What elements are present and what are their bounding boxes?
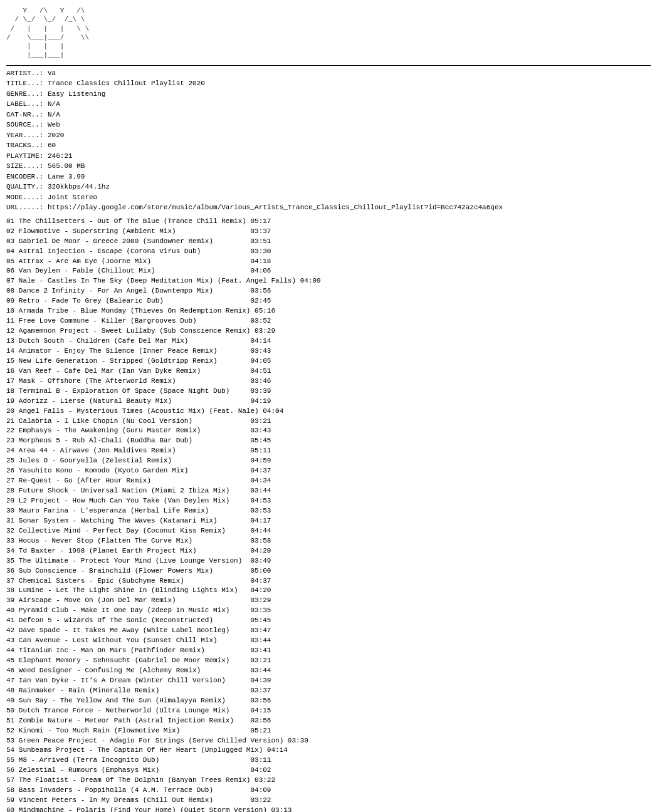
track-row: 20 Angel Falls - Mysterious Times (Acous… <box>6 407 651 417</box>
track-row: 21 Calabria - I Like Chopin (Nu Cool Ver… <box>6 417 651 427</box>
track-row: 23 Morpheus 5 - Rub Al-Chali (Buddha Bar… <box>6 436 651 446</box>
track-row: 46 Weed Designer - Confusing Me (Alchemy… <box>6 666 651 676</box>
track-row: 18 Terminal B - Exploration Of Space (Sp… <box>6 387 651 397</box>
track-row: 40 Pyramid Club - Make It One Day (2deep… <box>6 606 651 616</box>
meta-line-quality_label: QUALITY.: 320kkbps/44.1hz <box>6 182 651 192</box>
track-row: 27 Re-Quest - Go (After Hour Remix) 04:3… <box>6 476 651 486</box>
meta-line-size_label: SIZE....: 565.00 MB <box>6 161 651 172</box>
track-row: 48 Rainmaker - Rain (Mineralle Remix) 03… <box>6 686 651 696</box>
track-row: 51 Zombie Nature - Meteor Path (Astral I… <box>6 716 651 726</box>
track-row: 33 Hocus - Never Stop (Flatten The Curve… <box>6 536 651 546</box>
meta-line-source_label: SOURCE..: Web <box>6 120 651 130</box>
logo-area: Y /\ Y /\ / \_/ \_/ /_\ \ / | | | \ \ / … <box>6 6 89 60</box>
track-row: 35 The Ultimate - Protect Your Mind (Liv… <box>6 556 651 566</box>
meta-line-artist_label: ARTIST..: Va <box>6 68 651 79</box>
track-row: 60 Mindmachine - Polaris (Find Your Home… <box>6 806 651 812</box>
track-row: 05 Attrax - Are Am Eye (Joorne Mix) 04:1… <box>6 257 651 267</box>
track-row: 58 Bass Invaders - Poppiholla (4 A.M. Te… <box>6 786 651 796</box>
track-row: 44 Titanium Inc - Man On Mars (Pathfinde… <box>6 646 651 656</box>
track-row: 47 Ian Van Dyke - It's A Dream (Winter C… <box>6 676 651 686</box>
track-row: 52 Kinomi - Too Much Rain (Flowmotive Mi… <box>6 726 651 736</box>
track-row: 24 Area 44 - Airwave (Jon Maldives Remix… <box>6 446 651 456</box>
track-row: 22 Emphasys - The Awakening (Guru Master… <box>6 426 651 436</box>
track-row: 43 Can Avenue - Lost Without You (Sunset… <box>6 636 651 646</box>
track-row: 01 The Chillsetters - Out Of The Blue (T… <box>6 217 651 227</box>
track-row: 50 Dutch Trance Force - Netherworld (Ult… <box>6 706 651 716</box>
meta-line-tracks_label: TRACKS..: 60 <box>6 140 651 151</box>
track-row: 49 Sun Ray - The Yellow And The Sun (Him… <box>6 696 651 706</box>
track-row: 30 Mauro Farina - L'esperanza (Herbal Li… <box>6 506 651 516</box>
logo-ascii: Y /\ Y /\ / \_/ \_/ /_\ \ / | | | \ \ / … <box>6 6 89 60</box>
meta-line-title_label: TITLE...: Trance Classics Chillout Playl… <box>6 78 651 89</box>
track-row: 54 Sunbeams Project - The Captain Of Her… <box>6 746 651 756</box>
track-row: 31 Sonar System - Watching The Waves (Ka… <box>6 516 651 526</box>
track-row: 25 Jules O - Gouryella (Zelestial Remix)… <box>6 456 651 466</box>
track-row: 07 Nale - Castles In The Sky (Deep Medit… <box>6 276 651 286</box>
track-row: 15 New Life Generation - Stripped (Goldt… <box>6 357 651 367</box>
track-row: 13 Dutch South - Children (Cafe Del Mar … <box>6 336 651 346</box>
track-row: 59 Vincent Peters - In My Dreams (Chill … <box>6 796 651 806</box>
track-row: 06 Van Deylen - Fable (Chillout Mix) 04:… <box>6 266 651 276</box>
track-row: 28 Future Shock - Universal Nation (Miam… <box>6 486 651 496</box>
meta-line-genre_label: GENRE...: Easy Listening <box>6 89 651 100</box>
track-row: 04 Astral Injection - Escape (Corona Vir… <box>6 247 651 257</box>
meta-line-year_label: YEAR....: 2020 <box>6 130 651 141</box>
meta-line-encoder_label: ENCODER.: Lame 3.99 <box>6 172 651 182</box>
meta-line-url_label: URL.....: https://play.google.com/store/… <box>6 202 651 213</box>
track-row: 39 Airscape - Move On (Jon Del Mar Remix… <box>6 596 651 606</box>
track-row: 29 L2 Project - How Much Can You Take (V… <box>6 496 651 506</box>
track-row: 17 Mask - Offshore (The Afterworld Remix… <box>6 377 651 387</box>
track-row: 38 Lumine - Let The Light Shine In (Blin… <box>6 586 651 596</box>
track-row: 12 Agamemnon Project - Sweet Lullaby (Su… <box>6 326 651 336</box>
meta-line-catno_label: CAT-NR..: N/A <box>6 110 651 120</box>
track-row: 02 Flowmotive - Superstring (Ambient Mix… <box>6 227 651 237</box>
meta-block: ARTIST..: VaTITLE...: Trance Classics Ch… <box>6 68 651 213</box>
track-row: 09 Retro - Fade To Grey (Balearic Dub) 0… <box>6 296 651 306</box>
track-row: 37 Chemical Sisters - Epic (Subchyme Rem… <box>6 576 651 586</box>
track-row: 14 Animator - Enjoy The Silence (Inner P… <box>6 346 651 357</box>
track-row: 10 Armada Tribe - Blue Monday (Thieves O… <box>6 306 651 316</box>
track-row: 32 Collective Mind - Perfect Day (Coconu… <box>6 526 651 536</box>
track-row: 53 Green Peace Project - Adagio For Stri… <box>6 736 651 746</box>
meta-line-mode_label: MODE....: Joint Stereo <box>6 192 651 203</box>
track-row: 41 Defcon 5 - Wizards Of The Sonic (Reco… <box>6 616 651 626</box>
track-row: 19 Adorizz - Lierse (Natural Beauty Mix)… <box>6 397 651 407</box>
track-row: 16 Van Reef - Cafe Del Mar (Ian Van Dyke… <box>6 367 651 377</box>
track-row: 55 M8 - Arrived (Terra Incognito Dub) 03… <box>6 756 651 766</box>
track-row: 56 Zelestial - Rumours (Emphasys Mix) 04… <box>6 766 651 776</box>
track-row: 45 Elephant Memory - Sehnsucht (Gabriel … <box>6 656 651 666</box>
meta-line-label_label: LABEL...: N/A <box>6 99 651 110</box>
track-row: 03 Gabriel De Moor - Greece 2000 (Sundow… <box>6 237 651 247</box>
tracklist: 01 The Chillsetters - Out Of The Blue (T… <box>6 217 651 812</box>
track-row: 08 Dance 2 Infinity - For An Angel (Down… <box>6 286 651 296</box>
track-row: 11 Free Love Commune - Killer (Bargroove… <box>6 316 651 326</box>
track-row: 36 Sub Conscience - Brainchild (Flower P… <box>6 566 651 576</box>
track-row: 34 Td Baxter - 1998 (Planet Earth Projec… <box>6 546 651 556</box>
track-row: 42 Dave Spade - It Takes Me Away (White … <box>6 626 651 636</box>
meta-line-playtime_label: PLAYTIME: 246:21 <box>6 151 651 162</box>
track-row: 26 Yasuhito Kono - Komodo (Kyoto Garden … <box>6 466 651 476</box>
track-row: 57 The Floatist - Dream Of The Dolphin (… <box>6 776 651 786</box>
